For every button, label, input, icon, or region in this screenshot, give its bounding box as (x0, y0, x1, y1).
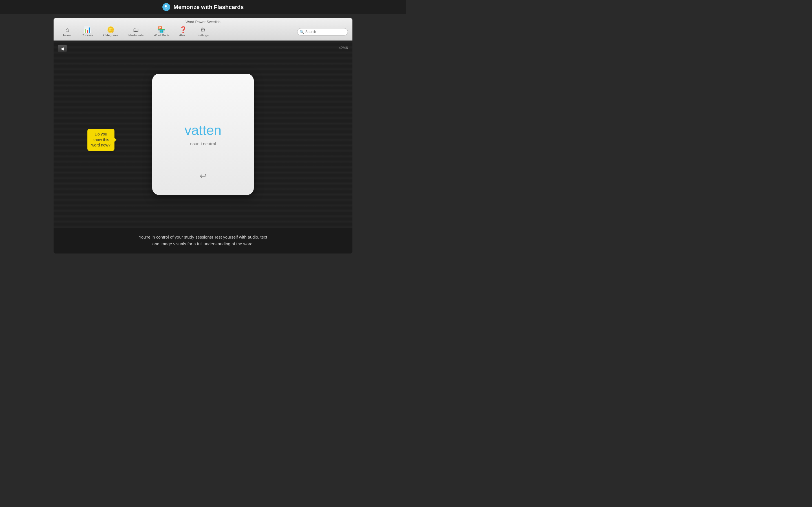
settings-icon: ⚙ (200, 27, 206, 33)
wordbank-icon: 🏪 (158, 27, 165, 33)
tooltip-line3: word now? (91, 143, 110, 147)
home-icon: ⌂ (65, 27, 69, 33)
nav-label-flashcards: Flashcards (129, 34, 144, 37)
search-input[interactable] (297, 28, 348, 36)
search-bar: 🔍 (297, 28, 348, 36)
flashcard[interactable]: vatten noun I neutral ↩ (152, 74, 254, 195)
nav-label-home: Home (63, 34, 71, 37)
nav-item-home[interactable]: ⌂ Home (58, 25, 77, 38)
tooltip-bubble: Do you know this word now? (87, 129, 114, 151)
courses-icon: 📊 (84, 27, 91, 33)
footer-text: You're in control of your study sessions… (139, 235, 267, 246)
outer-wrapper: Word Power Swedish ⌂ Home 📊 Courses 🪙 Ca… (0, 14, 406, 253)
tooltip-line2: know this (93, 137, 109, 142)
nav-item-settings[interactable]: ⚙ Settings (192, 25, 214, 38)
nav-label-courses: Courses (82, 34, 93, 37)
search-wrapper: 🔍 (297, 28, 348, 36)
nav-bar: Word Power Swedish ⌂ Home 📊 Courses 🪙 Ca… (54, 18, 352, 41)
nav-item-categories[interactable]: 🪙 Categories (98, 25, 123, 38)
about-icon: ❓ (179, 27, 187, 33)
nav-items: ⌂ Home 📊 Courses 🪙 Categories 🗂 Flashcar… (54, 24, 352, 40)
flashcards-icon: 🗂 (133, 27, 139, 33)
flashcard-container: Do you know this word now? vatten noun I… (54, 41, 352, 228)
categories-icon: 🪙 (107, 27, 114, 33)
flip-icon[interactable]: ↩ (200, 171, 207, 181)
nav-item-about[interactable]: ❓ About (174, 25, 193, 38)
nav-item-flashcards[interactable]: 🗂 Flashcards (123, 25, 149, 38)
nav-item-courses[interactable]: 📊 Courses (77, 25, 98, 38)
footer-description: You're in control of your study sessions… (54, 228, 352, 253)
app-title: Memorize with Flashcards (174, 4, 244, 10)
card-subtitle: noun I neutral (190, 142, 216, 146)
title-bar: 5 Memorize with Flashcards (0, 0, 406, 14)
nav-label-about: About (179, 34, 188, 37)
nav-label-settings: Settings (197, 34, 209, 37)
app-window: Word Power Swedish ⌂ Home 📊 Courses 🪙 Ca… (54, 18, 352, 253)
search-icon: 🔍 (300, 30, 304, 34)
nav-label-categories: Categories (103, 34, 118, 37)
nav-item-wordbank[interactable]: 🏪 Word Bank (149, 25, 174, 38)
nav-app-title: Word Power Swedish (54, 18, 352, 24)
tooltip-line1: Do you (95, 132, 107, 136)
nav-label-wordbank: Word Bank (154, 34, 169, 37)
app-badge: 5 (162, 3, 170, 11)
card-word: vatten (185, 122, 221, 138)
main-content: ◀ 42/46 Do you know this word now? vatte… (54, 41, 352, 228)
